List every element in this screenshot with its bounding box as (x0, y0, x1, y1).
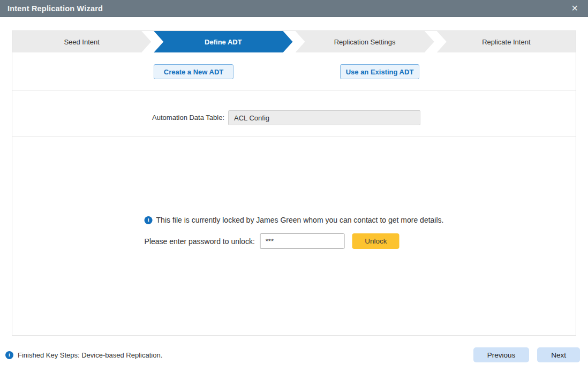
step-define-adt[interactable]: Define ADT (154, 31, 292, 52)
step-replicate-intent[interactable]: Replicate Intent (437, 31, 576, 52)
automation-data-table-input (228, 110, 420, 125)
next-button[interactable]: Next (537, 347, 580, 362)
lock-notice: i This file is currently locked by James… (145, 216, 444, 249)
step-seed-intent[interactable]: Seed Intent (12, 31, 151, 52)
create-new-adt-button[interactable]: Create a New ADT (154, 64, 233, 79)
wizard-stepper: Seed Intent Define ADT Replication Setti… (12, 31, 576, 52)
window-title: Intent Replication Wizard (7, 4, 103, 13)
password-row: Please enter password to unlock: Unlock (145, 233, 444, 249)
step-label: Replicate Intent (482, 38, 530, 46)
footer-status-text: Finished Key Steps: Device-based Replica… (18, 351, 162, 359)
info-icon: i (5, 351, 13, 359)
adt-field-section: Automation Data Table: (12, 90, 576, 136)
previous-button[interactable]: Previous (473, 347, 530, 362)
lock-info-text: This file is currently locked by James G… (156, 216, 444, 224)
use-existing-adt-button[interactable]: Use an Existing ADT (340, 64, 419, 79)
password-label: Please enter password to unlock: (145, 237, 255, 246)
step-label: Seed Intent (64, 38, 100, 46)
wizard-content-area: i This file is currently locked by James… (12, 136, 576, 335)
step-label: Define ADT (205, 38, 242, 46)
wizard-panel: Seed Intent Define ADT Replication Setti… (12, 31, 576, 336)
info-icon: i (145, 216, 153, 224)
window-titlebar: Intent Replication Wizard ✕ (0, 0, 588, 17)
wizard-footer: i Finished Key Steps: Device-based Repli… (5, 347, 580, 363)
unlock-button[interactable]: Unlock (352, 233, 399, 249)
adt-choice-section: Create a New ADT Use an Existing ADT (12, 52, 576, 90)
step-label: Replication Settings (334, 38, 396, 46)
close-icon[interactable]: ✕ (569, 3, 581, 14)
step-replication-settings[interactable]: Replication Settings (296, 31, 434, 52)
password-input[interactable] (260, 233, 345, 249)
footer-status: i Finished Key Steps: Device-based Repli… (5, 351, 162, 359)
lock-info-row: i This file is currently locked by James… (145, 216, 444, 224)
automation-data-table-label: Automation Data Table: (12, 110, 224, 125)
